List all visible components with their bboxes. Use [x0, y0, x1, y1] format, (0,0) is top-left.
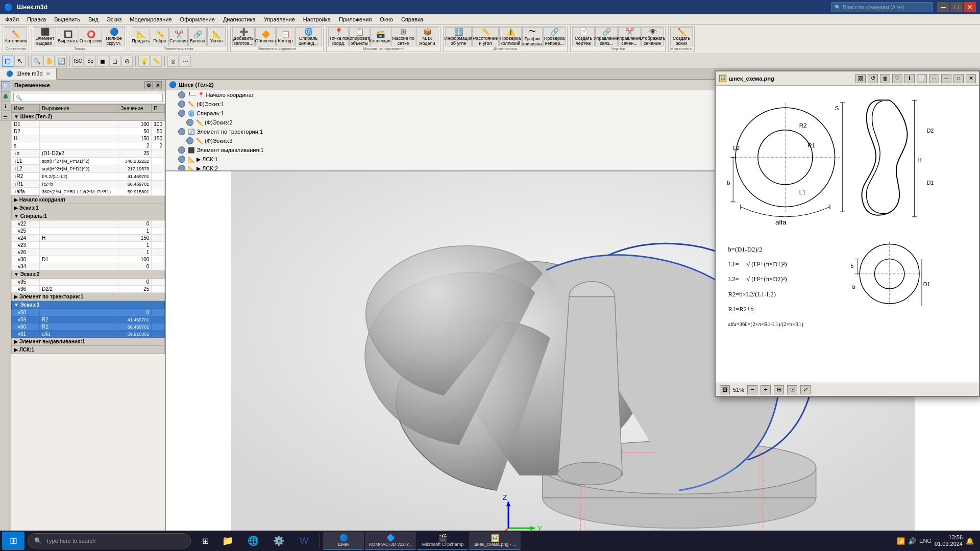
- taskbar-volume-icon[interactable]: 🔊: [908, 537, 916, 545]
- var-group-spiral1[interactable]: ▼ Спираль:1: [12, 212, 165, 220]
- tree-eye-sketch3[interactable]: [186, 137, 193, 144]
- schema-btn-minimize[interactable]: ─: [941, 74, 951, 83]
- menu-help[interactable]: Справка: [397, 16, 427, 23]
- menu-modeling[interactable]: Моделирование: [126, 16, 176, 23]
- var-search-input[interactable]: [13, 93, 163, 102]
- tool-select[interactable]: ▢: [2, 56, 13, 67]
- tab-close-icon[interactable]: ✕: [46, 71, 50, 77]
- var-row-v34[interactable]: v34 0: [12, 263, 165, 270]
- var-row-v60[interactable]: v60 R1 66.469701: [12, 323, 165, 331]
- taskbar-app-kompas-main[interactable]: 🔷 КОМПАС-3D v22 У...: [365, 532, 416, 550]
- var-group-path-elem[interactable]: ▶ Элемент по траектории:1: [12, 293, 165, 301]
- var-group-row[interactable]: ▼ Шнек (Тел-2): [12, 113, 165, 121]
- btn-info-angle[interactable]: ℹ️ Информация об угле: [445, 27, 472, 46]
- var-row-b[interactable]: ℹb (D1-D2)/2 25: [12, 149, 165, 158]
- menu-settings[interactable]: Настройка: [299, 16, 335, 23]
- btn-spiral[interactable]: 🌀 Спираль цилинд...: [295, 27, 322, 46]
- btn-distance-angle[interactable]: 📏 Расстояние и угол: [472, 27, 499, 46]
- tool-pointer[interactable]: ↖: [14, 56, 26, 67]
- side-btn-menu[interactable]: ☰: [1, 112, 10, 121]
- btn-curvature[interactable]: 〜 График кривизны: [522, 27, 543, 46]
- var-group-lsk1[interactable]: ▶ ЛСК:1: [12, 346, 165, 354]
- taskbar-app-schema-img[interactable]: 🖼️ шнек_схема.png - ...: [469, 532, 520, 550]
- tool-front[interactable]: Sp: [85, 56, 96, 67]
- menu-sketch[interactable]: Эскиз: [103, 16, 126, 23]
- btn-grid-array[interactable]: ⊞ Массив по сетке: [391, 27, 415, 46]
- var-row-v22[interactable]: v22 0: [12, 220, 165, 228]
- var-row-v24[interactable]: v24 H 150: [12, 235, 165, 242]
- var-row-l2[interactable]: ℹL2 sqrt(H^2+(M_PI*D2)^2) 217.19579: [12, 165, 165, 172]
- btn-create-drawing[interactable]: 📄 Создать чертёж: [572, 27, 595, 46]
- var-row-v58[interactable]: v58 0: [12, 309, 165, 316]
- taskbar-app-word[interactable]: W: [292, 532, 316, 550]
- doc-tab-snek[interactable]: 🔵 Шнек.m3d ✕: [0, 68, 57, 80]
- menu-edit[interactable]: Правка: [23, 16, 50, 23]
- schema-btn-delete[interactable]: 🗑: [880, 74, 890, 83]
- btn-stiffen[interactable]: 📐 Придать: [132, 27, 150, 46]
- tool-iso[interactable]: ISO: [72, 56, 84, 67]
- tree-eye-sketch2[interactable]: [186, 119, 193, 126]
- tool-lamp[interactable]: 💡: [138, 56, 150, 67]
- btn-mlh-models[interactable]: 📦 МЛХ модели: [416, 27, 438, 46]
- btn-cut-extrude[interactable]: 🔲 Вырезать: [57, 27, 79, 46]
- btn-contour[interactable]: 📋 Контур: [276, 27, 295, 46]
- var-row-v23[interactable]: v23 1: [12, 242, 165, 249]
- btn-extrude-elem[interactable]: ⬛ Элемент выдавл.: [34, 27, 56, 46]
- var-row-alfa[interactable]: ℹalfa 360*(2*M_PI*R1-L1)/(2*M_PI*R1) 59.…: [12, 188, 165, 196]
- menu-window[interactable]: Окно: [376, 16, 397, 23]
- btn-hole[interactable]: ⭕ Отверстие: [80, 27, 102, 46]
- taskbar-lang-label[interactable]: ENG: [919, 538, 932, 544]
- btn-manage-linked[interactable]: 🔗 Управление связ...: [595, 27, 618, 46]
- close-button[interactable]: ✕: [964, 2, 976, 12]
- schema-btn-thumbnail[interactable]: 🖼: [855, 74, 866, 83]
- taskbar-search-bar[interactable]: 🔍 Type here to search: [28, 533, 191, 548]
- btn-display-section[interactable]: 👁️ Отображать сечение: [641, 27, 664, 46]
- taskbar-app-clipchamp[interactable]: 🎬 Microsoft Clipchamp: [417, 532, 468, 550]
- side-btn-variables[interactable]: V: [1, 81, 10, 90]
- taskbar-start-button[interactable]: ⊞: [2, 532, 24, 550]
- var-row-s[interactable]: s 2 2: [12, 142, 165, 149]
- menu-control[interactable]: Управление: [260, 16, 299, 23]
- btn-add-workpiece[interactable]: ➕ Добавить заготов...: [232, 27, 255, 46]
- schema-btn-heart[interactable]: ♡: [892, 74, 902, 83]
- tree-eye-lsk2[interactable]: [178, 165, 185, 171]
- var-row-d2[interactable]: D2 50 50: [12, 128, 165, 135]
- var-group-origin[interactable]: ▶ Начало координат: [12, 196, 165, 204]
- menu-select[interactable]: Выделить: [50, 16, 84, 23]
- schema-btn-more[interactable]: ···: [929, 74, 939, 83]
- tool-section[interactable]: ⊘: [121, 56, 133, 67]
- btn-create-sketch[interactable]: ✏️ Создать эскиз: [670, 27, 693, 46]
- side-btn-tree[interactable]: 🌲: [1, 91, 10, 101]
- var-row-v26[interactable]: v26 1: [12, 249, 165, 256]
- var-panel-settings[interactable]: ⚙: [144, 81, 153, 89]
- var-row-d1[interactable]: D1 100 100: [12, 121, 165, 128]
- btn-rib[interactable]: 📏 Ребро: [151, 27, 169, 46]
- var-row-l1[interactable]: ℹL1 sqrt(H^2+(M_PI*D1)^2) 348.132222: [12, 157, 165, 165]
- btn-copy-obj[interactable]: 📋 Копировать объекты: [349, 27, 370, 46]
- tree-eye-lsk1[interactable]: [178, 156, 185, 163]
- var-row-h[interactable]: H 150 150: [12, 135, 165, 142]
- btn-shell[interactable]: 🔶 Оболочка: [255, 27, 276, 46]
- schema-view-options[interactable]: ⊡: [787, 385, 797, 394]
- taskbar-app-edge[interactable]: 🌐: [241, 532, 265, 550]
- btn-boolean[interactable]: 🔗 Булева: [188, 27, 207, 46]
- schema-fullscreen[interactable]: ⤢: [800, 385, 811, 394]
- schema-btn-back[interactable]: ↺: [868, 74, 878, 83]
- schema-btn-share[interactable]: ⬜: [917, 74, 927, 83]
- var-row-v35[interactable]: v35 0: [12, 279, 165, 286]
- var-group-sketch2[interactable]: ▼ Эскиз:2: [12, 270, 165, 279]
- menu-format[interactable]: Оформление: [176, 16, 219, 23]
- tree-eye-spiral1[interactable]: [178, 110, 185, 117]
- schema-fit[interactable]: ⊞: [774, 385, 784, 394]
- btn-autoline[interactable]: ✏️ Автолиния: [5, 27, 27, 46]
- var-row-v25[interactable]: v25 1: [12, 228, 165, 235]
- menu-file[interactable]: Файл: [1, 16, 23, 23]
- taskbar-network-icon[interactable]: 📶: [897, 537, 905, 545]
- taskbar-task-view[interactable]: ⊞: [196, 532, 214, 550]
- btn-manage-sections[interactable]: ✂️ Управление сечен...: [618, 27, 641, 46]
- var-row-v61[interactable]: v61 alfa 59.915801: [12, 331, 165, 338]
- btn-draft[interactable]: 📐 Уклон: [207, 27, 226, 46]
- tool-pan[interactable]: ✋: [43, 56, 55, 67]
- tree-eye-path-elem[interactable]: [178, 128, 185, 135]
- var-row-r1[interactable]: ℹR1 R2+b 66.469701: [12, 180, 165, 188]
